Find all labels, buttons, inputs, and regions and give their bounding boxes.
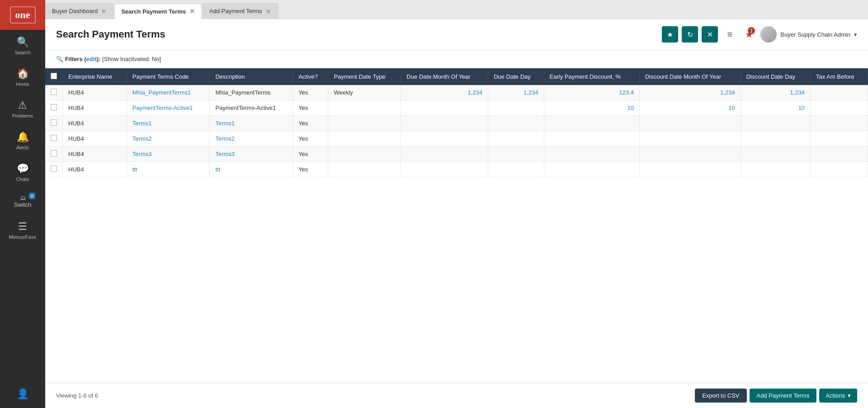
- col-tax-am-before: Tax Am Before: [811, 68, 868, 85]
- table-wrap[interactable]: Enterprise Name Payment Terms Code Descr…: [45, 68, 868, 383]
- sidebar-item-label: Switch: [14, 201, 31, 208]
- table-cell: Terms3: [210, 147, 293, 162]
- tab-close-buyer-dashboard[interactable]: ✕: [101, 8, 107, 15]
- payment-terms-link[interactable]: ttt: [215, 166, 220, 173]
- payment-terms-link[interactable]: Terms3: [132, 151, 152, 157]
- payment-terms-link[interactable]: PaymentTerms-Active1: [132, 104, 193, 111]
- table-cell: [741, 147, 810, 162]
- table-cell: [639, 116, 741, 131]
- sidebar-item-profile[interactable]: 👤: [0, 382, 45, 408]
- sidebar-item-label: Problems: [12, 113, 33, 119]
- table-cell[interactable]: Terms2: [127, 131, 210, 147]
- payment-terms-link[interactable]: Terms2: [132, 135, 152, 142]
- tab-buyer-dashboard[interactable]: Buyer Dashboard ✕: [45, 3, 113, 19]
- refresh-button[interactable]: ↻: [682, 26, 698, 43]
- table-cell: [544, 116, 639, 131]
- table-cell[interactable]: [45, 131, 63, 147]
- table-row: HUB4Terms1Terms1Yes: [45, 116, 868, 131]
- payment-terms-link[interactable]: Terms3: [215, 151, 235, 157]
- col-discount-date-month: Discount Date Month Of Year: [639, 68, 741, 85]
- payment-terms-link[interactable]: Terms1: [215, 120, 235, 127]
- tab-close-add-payment-terms[interactable]: ✕: [266, 8, 271, 15]
- hamburger-icon: ≡: [727, 29, 733, 40]
- payment-terms-link[interactable]: Terms2: [215, 135, 235, 142]
- dropdown-icon[interactable]: ▾: [854, 31, 857, 38]
- add-payment-terms-button[interactable]: Add Payment Terms: [750, 389, 817, 403]
- col-active: Active?: [293, 68, 328, 85]
- actions-button[interactable]: Actions ▾: [819, 389, 857, 403]
- tab-close-search-payment-terms[interactable]: ✕: [189, 8, 195, 15]
- sidebar-item-problems[interactable]: ⚠ Problems: [0, 93, 45, 125]
- table-cell[interactable]: [45, 100, 63, 116]
- favorite-button[interactable]: ★: [662, 26, 678, 43]
- table-cell[interactable]: [45, 116, 63, 131]
- avatar: [760, 26, 777, 43]
- select-all-checkbox[interactable]: [51, 73, 57, 79]
- edit-filters-link[interactable]: edit: [86, 56, 97, 62]
- star-icon: ★: [667, 30, 673, 39]
- tab-search-payment-terms[interactable]: Search Payment Terms ✕: [114, 4, 202, 19]
- sidebar-item-label: Search: [15, 50, 31, 55]
- table-cell[interactable]: PaymentTerms-Active1: [127, 100, 210, 116]
- sidebar-item-home[interactable]: 🏠 Home: [0, 62, 45, 93]
- table-row: HUB4Terms3Terms3Yes: [45, 147, 868, 162]
- table-cell: [488, 131, 544, 147]
- table-cell[interactable]: Mhia_PaymentTerms1: [127, 85, 210, 100]
- export-csv-button[interactable]: Export to CSV: [695, 389, 746, 403]
- sidebar-item-alerts[interactable]: 🔔 Alerts: [0, 125, 45, 157]
- table-cell[interactable]: [45, 147, 63, 162]
- close-icon: ✕: [707, 30, 713, 39]
- sidebar-item-switch[interactable]: 🗂 ≡ Switch: [0, 188, 45, 214]
- table-cell[interactable]: Terms1: [127, 116, 210, 131]
- sidebar-item-label: Home: [16, 81, 29, 87]
- table-cell: [328, 162, 401, 177]
- tab-add-payment-terms[interactable]: Add Payment Terms ✕: [203, 3, 278, 19]
- table-cell: [639, 147, 741, 162]
- table-cell[interactable]: ttt: [127, 162, 210, 177]
- table-cell: [741, 162, 810, 177]
- tab-bar: Buyer Dashboard ✕ Search Payment Terms ✕…: [45, 0, 868, 19]
- table-cell: [741, 131, 810, 147]
- page-content: Search Payment Terms ★ ↻ ✕ ≡ ★ 1: [45, 19, 868, 408]
- sidebar-item-menus[interactable]: ☰ Menus/Favs: [0, 214, 45, 246]
- table-cell: [488, 100, 544, 116]
- table-cell: Mhia_PaymentTerms: [210, 85, 293, 100]
- payment-terms-link[interactable]: Mhia_PaymentTerms1: [132, 89, 191, 96]
- table-cell: Weekly: [328, 85, 401, 100]
- row-checkbox[interactable]: [51, 166, 57, 172]
- table-cell: [811, 162, 868, 177]
- sidebar-item-chats[interactable]: 💬 Chats: [0, 157, 45, 188]
- footer-actions: Export to CSV Add Payment Terms Actions …: [695, 389, 857, 403]
- sidebar-item-search[interactable]: 🔍 Search: [0, 30, 45, 62]
- table-cell: Yes: [293, 116, 328, 131]
- table-cell: [811, 147, 868, 162]
- logo-text: one: [10, 6, 36, 24]
- table-cell: [811, 116, 868, 131]
- row-checkbox[interactable]: [51, 104, 57, 110]
- col-description: Description: [210, 68, 293, 85]
- table-cell: ttt: [210, 162, 293, 177]
- app-logo[interactable]: one: [0, 0, 45, 30]
- row-checkbox[interactable]: [51, 150, 57, 157]
- row-checkbox[interactable]: [51, 89, 57, 95]
- col-checkbox: [45, 68, 63, 85]
- table-cell: Yes: [293, 162, 328, 177]
- menu-button[interactable]: ≡: [722, 26, 738, 43]
- payment-terms-link[interactable]: Terms1: [132, 120, 152, 127]
- payment-terms-link[interactable]: ttt: [132, 166, 137, 173]
- table-cell: Yes: [293, 100, 328, 116]
- search-icon: 🔍: [17, 36, 29, 48]
- table-cell: [639, 131, 741, 147]
- table-cell: 1,234: [741, 85, 810, 100]
- table-cell[interactable]: Terms3: [127, 147, 210, 162]
- table-cell[interactable]: [45, 162, 63, 177]
- table-cell: 1,234: [401, 85, 488, 100]
- notification-wrapper[interactable]: ★ 1: [745, 29, 753, 40]
- row-checkbox[interactable]: [51, 119, 57, 126]
- table-cell[interactable]: [45, 85, 63, 100]
- home-icon: 🏠: [17, 68, 29, 80]
- table-cell: [328, 116, 401, 131]
- row-checkbox[interactable]: [51, 135, 57, 141]
- close-page-button[interactable]: ✕: [702, 26, 718, 43]
- table-cell: [401, 131, 488, 147]
